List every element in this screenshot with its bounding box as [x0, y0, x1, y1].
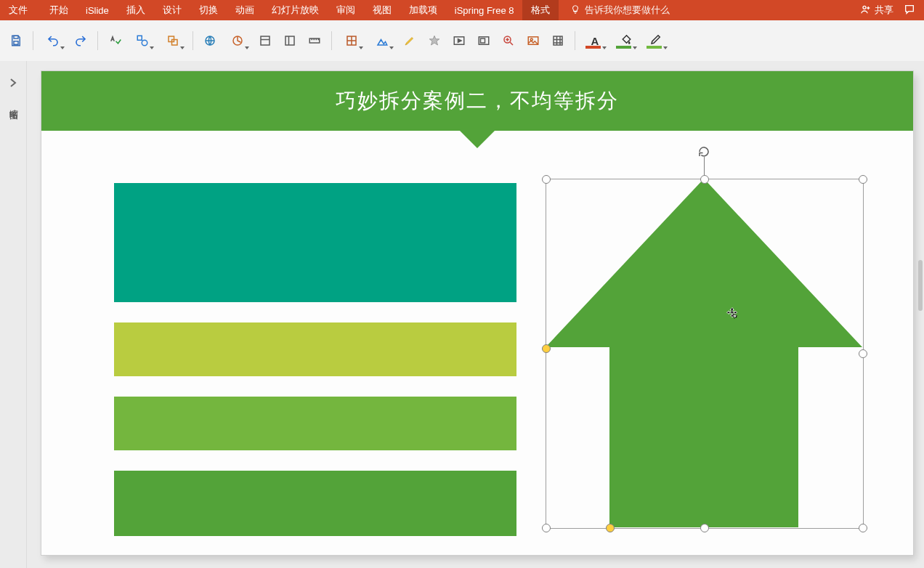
svg-point-0: [863, 6, 866, 9]
tab-design[interactable]: 设计: [154, 0, 190, 20]
person-share-icon: [860, 4, 872, 17]
slide-title-text: 巧妙拆分案例二，不均等拆分: [336, 87, 619, 115]
resize-handle-s[interactable]: [700, 524, 709, 532]
svg-rect-15: [481, 38, 485, 43]
ruler-button[interactable]: [304, 31, 325, 51]
table-button[interactable]: [548, 31, 568, 51]
tab-ispring[interactable]: iSpring Free 8: [446, 0, 523, 20]
tab-file[interactable]: 文件: [0, 0, 41, 20]
svg-rect-10: [285, 36, 294, 45]
tell-me-label: 告诉我你想要做什么: [585, 4, 670, 17]
animation-pane-button[interactable]: [424, 31, 445, 51]
svg-rect-1: [14, 36, 18, 38]
insert-picture-button[interactable]: [523, 31, 543, 51]
highlight-button[interactable]: [400, 31, 420, 51]
thumbnails-pane-collapsed[interactable]: 缩略图: [0, 61, 27, 568]
rectangle-shape-lime[interactable]: [114, 322, 516, 376]
tab-addins[interactable]: 加载项: [400, 0, 446, 20]
spellcheck-button[interactable]: [105, 31, 125, 51]
resize-handle-n[interactable]: [700, 175, 709, 184]
tab-review[interactable]: 审阅: [328, 0, 364, 20]
chevron-right-icon: [7, 77, 19, 89]
vertical-scrollbar[interactable]: [917, 71, 924, 558]
resize-handle-ne[interactable]: [859, 175, 867, 184]
svg-point-4: [142, 40, 147, 46]
chart-button[interactable]: [224, 31, 251, 51]
tab-slideshow[interactable]: 幻灯片放映: [263, 0, 328, 20]
globe-button[interactable]: [200, 31, 220, 51]
zoom-button[interactable]: [498, 31, 519, 51]
tab-insert[interactable]: 插入: [118, 0, 154, 20]
save-button[interactable]: [6, 31, 26, 51]
tab-home[interactable]: 开始: [41, 0, 77, 20]
shapes-gallery-button[interactable]: [129, 31, 155, 51]
scrollbar-thumb[interactable]: [918, 260, 923, 311]
rectangle-shape-green[interactable]: [114, 471, 516, 536]
ribbon-tab-strip: 文件 开始 iSlide 插入 设计 切换 动画 幻灯片放映 审阅 视图 加载项…: [0, 0, 924, 20]
undo-button[interactable]: [40, 31, 66, 51]
tab-view[interactable]: 视图: [364, 0, 400, 20]
section-button[interactable]: [255, 31, 275, 51]
slide-canvas-area[interactable]: 巧妙拆分案例二，不均等拆分: [27, 61, 924, 568]
tab-format[interactable]: 格式: [522, 0, 559, 20]
svg-rect-9: [261, 36, 270, 45]
thumbnails-label: 缩略图: [7, 102, 20, 106]
up-arrow-icon: [546, 179, 862, 527]
title-notch-triangle: [460, 131, 495, 148]
slide-title-bar: 巧妙拆分案例二，不均等拆分: [41, 71, 913, 131]
redo-button[interactable]: [70, 31, 91, 51]
tell-me-box[interactable]: 告诉我你想要做什么: [563, 0, 677, 20]
tab-islide[interactable]: iSlide: [77, 0, 118, 20]
adjust-handle-s[interactable]: [606, 524, 615, 532]
svg-rect-2: [14, 41, 18, 45]
media-button[interactable]: [449, 31, 469, 51]
comments-button[interactable]: [904, 4, 915, 17]
resize-handle-se[interactable]: [859, 524, 867, 532]
share-label: 共享: [875, 4, 893, 17]
shape-outline-button[interactable]: [643, 31, 669, 51]
adjust-handle-w[interactable]: [542, 344, 551, 353]
picture-effects-button[interactable]: [369, 31, 395, 51]
resize-handle-sw[interactable]: [542, 524, 551, 532]
rectangle-shape-teal[interactable]: [114, 183, 516, 302]
up-arrow-shape[interactable]: [546, 179, 862, 527]
arrange-button[interactable]: [160, 31, 186, 51]
quick-access-toolbar: A: [0, 20, 924, 62]
rotation-handle[interactable]: [697, 145, 710, 158]
comment-icon: [904, 7, 915, 17]
lightbulb-icon: [570, 4, 580, 17]
svg-rect-19: [554, 36, 562, 45]
font-a-icon: A: [591, 35, 599, 47]
tab-transitions[interactable]: 切换: [190, 0, 227, 20]
share-button[interactable]: 共享: [860, 4, 893, 17]
layout-button[interactable]: [280, 31, 300, 51]
slide[interactable]: 巧妙拆分案例二，不均等拆分: [41, 71, 913, 555]
rectangle-shape-light-green[interactable]: [114, 397, 516, 450]
resize-handle-nw[interactable]: [542, 175, 551, 184]
font-color-button[interactable]: A: [582, 31, 608, 51]
screenshot-button[interactable]: [474, 31, 494, 51]
resize-handle-e[interactable]: [859, 349, 867, 358]
shape-fill-button[interactable]: [612, 31, 639, 51]
svg-rect-3: [137, 36, 142, 40]
tab-animations[interactable]: 动画: [227, 0, 263, 20]
guides-button[interactable]: [339, 31, 365, 51]
